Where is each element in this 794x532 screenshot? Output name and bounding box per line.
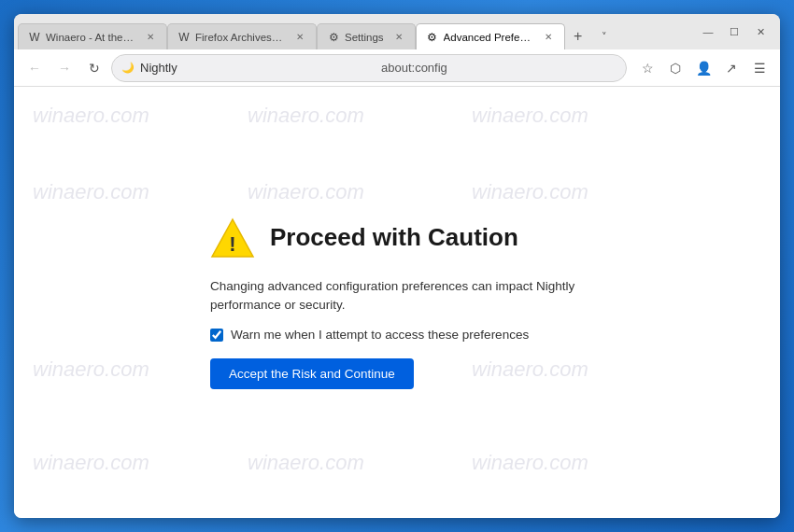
tab-favicon-2: W [177,31,191,44]
watermark-2: winaero.com [248,104,364,128]
sync-button[interactable]: ↗ [718,55,744,81]
content-area: winaero.com winaero.com winaero.com wina… [14,87,780,518]
tab-label-2: Firefox Archives - Winae [195,32,285,43]
tab-close-2[interactable]: ✕ [293,31,306,44]
browser-window: W Winaero - At the edge o ✕ W Firefox Ar… [14,14,780,518]
nav-icons: ☆ ⬡ 👤 ↗ ☰ [634,55,773,81]
caution-header: ! Proceed with Caution [210,216,518,260]
minimize-button[interactable]: — [696,20,720,44]
tab-winaero[interactable]: W Winaero - At the edge o ✕ [18,23,167,49]
tab-label-3: Settings [345,32,384,43]
tab-favicon-1: W [28,31,41,44]
caution-title: Proceed with Caution [270,223,518,252]
profile-button[interactable]: 👤 [690,55,716,81]
caution-card: ! Proceed with Caution Changing advanced… [163,178,631,427]
browser-name: Nightly [140,61,376,75]
browser-logo: 🌙 [121,62,135,74]
warn-checkbox[interactable] [210,329,223,342]
tab-label-1: Winaero - At the edge o [46,32,135,43]
tab-firefox-archives[interactable]: W Firefox Archives - Winae ✕ [167,23,317,49]
watermark-12: winaero.com [472,451,588,475]
watermark-10: winaero.com [33,451,149,475]
pocket-button[interactable]: ⬡ [662,55,688,81]
watermark-1: winaero.com [33,104,149,128]
back-button[interactable]: ← [21,55,48,81]
bookmark-button[interactable]: ☆ [634,55,660,81]
reload-button[interactable]: ↻ [81,55,107,81]
tab-advanced-preferences[interactable]: ⚙ Advanced Preferences ✕ [416,23,565,49]
watermark-4: winaero.com [33,180,149,204]
window-controls: — ☐ ✕ [688,14,780,49]
url-display: about:config [381,61,617,75]
tab-favicon-4: ⚙ [426,31,439,44]
warn-checkbox-row: Warn me when I attempt to access these p… [210,328,529,342]
watermark-3: winaero.com [472,104,588,128]
maximize-button[interactable]: ☐ [722,20,746,44]
tab-settings[interactable]: ⚙ Settings ✕ [317,23,416,49]
caution-description: Changing advanced configuration preferen… [210,277,584,315]
menu-button[interactable]: ☰ [746,55,773,81]
accept-risk-button[interactable]: Accept the Risk and Continue [210,358,414,389]
warn-checkbox-label: Warn me when I attempt to access these p… [231,328,529,342]
tab-close-3[interactable]: ✕ [392,31,405,44]
svg-text:!: ! [229,232,235,256]
warning-icon: ! [210,216,255,260]
tab-list-button[interactable]: ˅ [591,23,617,49]
nav-bar: ← → ↻ 🌙 Nightly about:config ☆ ⬡ 👤 ↗ ☰ [14,49,780,87]
title-bar: W Winaero - At the edge o ✕ W Firefox Ar… [14,14,780,49]
watermark-7: winaero.com [33,357,149,382]
tab-close-1[interactable]: ✕ [144,31,157,44]
tabs-area: W Winaero - At the edge o ✕ W Firefox Ar… [14,14,688,49]
forward-button[interactable]: → [51,55,78,81]
watermark-11: winaero.com [248,451,364,475]
tab-close-4[interactable]: ✕ [542,31,555,44]
tab-label-4: Advanced Preferences [444,32,533,43]
tab-favicon-3: ⚙ [327,31,340,44]
close-button[interactable]: ✕ [748,20,773,44]
new-tab-button[interactable]: + [565,23,591,49]
address-bar[interactable]: 🌙 Nightly about:config [111,54,627,82]
